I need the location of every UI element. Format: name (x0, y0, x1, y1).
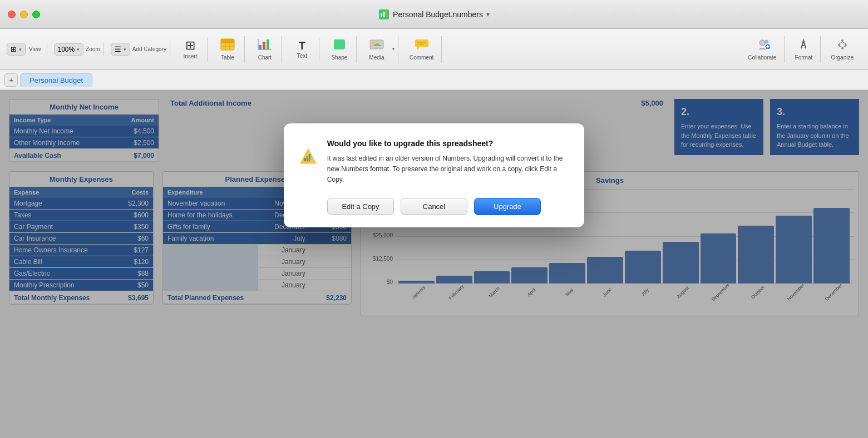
add-category-label: Add Category (132, 46, 166, 52)
svg-rect-11 (263, 42, 265, 49)
insert-button[interactable]: ⊞ Insert (177, 37, 204, 62)
svg-line-34 (842, 42, 846, 44)
sheet-tab-personal-budget[interactable]: Personal Budget (20, 73, 92, 87)
dialog-title: Would you like to upgrade this spreadshe… (327, 139, 569, 148)
svg-rect-15 (334, 39, 345, 49)
format-group: Format (787, 36, 821, 63)
dialog-body: ! Would you like to upgrade this spreads… (299, 139, 569, 186)
dialog-body-text: It was last edited in an older version o… (327, 153, 569, 186)
toolbar: ⊞ ▾ View 100% ▾ Zoom ☰ ▾ Add Category ⊞ … (0, 29, 868, 70)
organize-icon (836, 38, 849, 53)
svg-point-29 (841, 39, 844, 42)
shape-icon (333, 38, 346, 53)
window-title: Personal Budget.numbers ▾ (378, 9, 490, 20)
table-icon (220, 38, 235, 53)
collaborate-group: Collaborate (740, 36, 785, 63)
svg-line-36 (842, 46, 846, 47)
svg-rect-12 (267, 39, 269, 49)
svg-point-24 (765, 40, 768, 43)
add-category-group: ☰ ▾ Add Category (107, 43, 170, 56)
chart-button[interactable]: Chart (251, 36, 278, 63)
svg-rect-3 (386, 11, 387, 17)
zoom-label: Zoom (86, 46, 100, 52)
organize-button[interactable]: Organize (826, 36, 858, 63)
chart-icon (258, 38, 272, 53)
insert-group: ⊞ Insert (174, 37, 208, 62)
add-category-button[interactable]: ☰ ▾ (111, 43, 130, 56)
format-icon (797, 38, 810, 53)
svg-rect-38 (304, 158, 306, 161)
dialog-buttons: Edit a Copy Cancel Upgrade (299, 198, 569, 215)
comment-group: Comment (402, 36, 442, 63)
media-button[interactable]: Media (363, 36, 390, 63)
format-button[interactable]: Format (790, 36, 817, 63)
shape-button[interactable]: Shape (326, 36, 353, 63)
insert-icon: ⊞ (185, 39, 195, 52)
close-button[interactable] (8, 11, 16, 18)
main-content: Monthly Net Income Income Type Amount Mo… (0, 90, 868, 438)
warning-icon: ! (299, 139, 317, 175)
svg-rect-40 (309, 154, 310, 161)
comment-button[interactable]: Comment (405, 36, 438, 63)
shape-group: Shape (323, 36, 357, 63)
dialog-text: Would you like to upgrade this spreadshe… (327, 139, 569, 186)
svg-text:!: ! (307, 157, 309, 163)
minimize-button[interactable] (20, 11, 28, 18)
upgrade-button[interactable]: Upgrade (474, 198, 541, 215)
maximize-button[interactable] (32, 11, 40, 18)
svg-point-23 (760, 40, 765, 46)
svg-line-35 (839, 46, 842, 47)
svg-point-30 (838, 44, 840, 46)
title-bar: Personal Budget.numbers ▾ (0, 0, 868, 29)
svg-rect-10 (259, 45, 262, 49)
table-group: Table (211, 36, 245, 63)
media-icon (369, 38, 384, 53)
svg-rect-1 (381, 13, 382, 17)
text-button[interactable]: T Text (289, 38, 315, 61)
view-button[interactable]: ⊞ ▾ (7, 43, 26, 56)
title-chevron-icon[interactable]: ▾ (486, 11, 490, 18)
dialog-overlay: ! Would you like to upgrade this spreads… (0, 90, 868, 438)
chart-group: Chart (248, 36, 282, 63)
view-zoom-group: ⊞ ▾ View (7, 43, 47, 56)
numbers-icon (378, 9, 389, 20)
collaborate-button[interactable]: Collaborate (743, 36, 781, 63)
zoom-group: 100% ▾ Zoom (51, 43, 104, 56)
svg-point-31 (845, 44, 847, 46)
text-group: T Text (285, 38, 319, 61)
text-icon: T (299, 40, 305, 51)
svg-marker-20 (417, 47, 420, 50)
traffic-lights (8, 11, 40, 18)
table-button[interactable]: Table (214, 36, 241, 63)
cancel-button[interactable]: Cancel (401, 198, 467, 215)
view-label: View (29, 46, 41, 52)
toolbar-right: Collaborate Format (740, 36, 861, 63)
sheet-tab-area: + Personal Budget (0, 70, 868, 90)
svg-line-33 (839, 42, 842, 44)
media-group: Media ▾ (360, 36, 398, 63)
zoom-button[interactable]: 100% ▾ (54, 43, 84, 56)
svg-rect-5 (221, 39, 234, 43)
svg-rect-19 (415, 39, 428, 47)
organize-group: Organize (823, 36, 861, 63)
comment-icon (415, 38, 429, 53)
edit-copy-button[interactable]: Edit a Copy (327, 198, 394, 215)
collaborate-icon (754, 38, 770, 53)
upgrade-dialog: ! Would you like to upgrade this spreads… (284, 123, 584, 227)
svg-point-32 (841, 47, 844, 49)
svg-rect-2 (383, 12, 385, 17)
add-sheet-button[interactable]: + (4, 73, 18, 87)
